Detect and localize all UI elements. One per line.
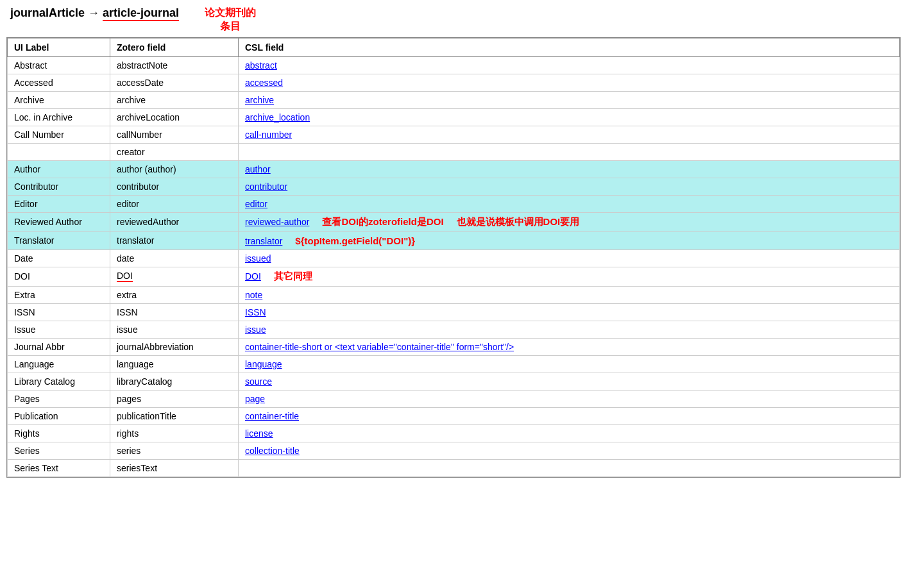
chinese-annotation: 论文期刊的 条目 (205, 6, 256, 33)
csl-link[interactable]: reviewed-author (245, 217, 309, 227)
cell-zotero-field: ISSN (110, 303, 239, 321)
cell-zotero-field: series (110, 442, 239, 459)
table-header-row: UI Label Zotero field CSL field (8, 38, 900, 56)
csl-link[interactable]: source (245, 376, 272, 387)
table-row: Reviewed AuthorreviewedAuthorreviewed-au… (8, 212, 900, 231)
cell-csl-field: accessed (239, 74, 900, 91)
cell-csl-field: call-number (239, 126, 900, 143)
cell-zotero-field: abstractNote (110, 56, 239, 74)
csl-link[interactable]: archive (245, 95, 274, 105)
cell-ui-label: Accessed (8, 74, 110, 91)
cell-ui-label: Author (8, 160, 110, 178)
csl-link[interactable]: accessed (245, 78, 283, 88)
csl-link[interactable]: abstract (245, 60, 277, 71)
cell-csl-field: author (239, 160, 900, 178)
csl-link[interactable]: author (245, 164, 271, 174)
cell-zotero-field: pages (110, 390, 239, 407)
cell-zotero-field: journalAbbreviation (110, 338, 239, 355)
inline-annotation: 查看DOI的zoterofield是DOI (322, 216, 443, 227)
csl-link[interactable]: ISSN (245, 307, 266, 317)
table-row: Rightsrightslicense (8, 424, 900, 442)
cell-ui-label: Journal Abbr (8, 338, 110, 355)
csl-link[interactable]: editor (245, 199, 267, 209)
cell-zotero-field: rights (110, 424, 239, 442)
table-row: DOIDOIDOI其它同理 (8, 267, 900, 286)
cell-zotero-field: archive (110, 91, 239, 108)
cell-ui-label: Extra (8, 286, 110, 303)
page-title: journalArticle → article-journal (10, 6, 179, 20)
cell-ui-label: Contributor (8, 178, 110, 195)
table-row: AccessedaccessDateaccessed (8, 74, 900, 91)
csl-link[interactable]: language (245, 359, 282, 369)
csl-link[interactable]: issue (245, 324, 266, 335)
cell-ui-label: Translator (8, 231, 110, 249)
cell-zotero-field: creator (110, 143, 239, 160)
cell-zotero-field: issue (110, 321, 239, 338)
cell-ui-label: Language (8, 355, 110, 373)
table-row: ISSNISSNISSN (8, 303, 900, 321)
cell-ui-label: Editor (8, 195, 110, 212)
page-header: journalArticle → article-journal 论文期刊的 条… (0, 0, 907, 37)
csl-link[interactable]: page (245, 394, 265, 404)
csl-link[interactable]: DOI (245, 271, 261, 281)
table-row: Library CataloglibraryCatalogsource (8, 373, 900, 390)
csl-link[interactable]: contributor (245, 181, 287, 192)
cell-ui-label: Date (8, 249, 110, 267)
cell-zotero-field: accessDate (110, 74, 239, 91)
csl-link[interactable]: archive_location (245, 112, 310, 122)
cell-csl-field: language (239, 355, 900, 373)
cell-zotero-field: archiveLocation (110, 108, 239, 126)
cell-csl-field: translator${topItem.getField("DOI")} (239, 231, 900, 249)
cell-csl-field: DOI其它同理 (239, 267, 900, 286)
csl-link[interactable]: collection-title (245, 446, 300, 456)
cell-ui-label: Publication (8, 407, 110, 424)
csl-link[interactable]: container-title-short or <text variable=… (245, 342, 514, 352)
title-left: journalArticle (10, 6, 85, 19)
cell-ui-label: Series (8, 442, 110, 459)
cell-ui-label: Rights (8, 424, 110, 442)
cell-zotero-field: publicationTitle (110, 407, 239, 424)
cell-csl-field: reviewed-author查看DOI的zoterofield是DOI也就是说… (239, 212, 900, 231)
table-row: Archivearchivearchive (8, 91, 900, 108)
cell-zotero-field: date (110, 249, 239, 267)
table-row: Extraextranote (8, 286, 900, 303)
cell-ui-label: Pages (8, 390, 110, 407)
cell-ui-label: Archive (8, 91, 110, 108)
csl-link[interactable]: license (245, 428, 273, 439)
inline-annotation: 也就是说模板中调用DOI要用 (457, 216, 580, 227)
title-arrow: → (88, 6, 103, 19)
cell-csl-field: abstract (239, 56, 900, 74)
table-row: PublicationpublicationTitlecontainer-tit… (8, 407, 900, 424)
cell-csl-field: container-title (239, 407, 900, 424)
cell-csl-field: archive (239, 91, 900, 108)
table-row: Authorauthor (author)author (8, 160, 900, 178)
table-row: AbstractabstractNoteabstract (8, 56, 900, 74)
cell-csl-field: note (239, 286, 900, 303)
csl-link[interactable]: note (245, 290, 262, 300)
cell-csl-field: contributor (239, 178, 900, 195)
csl-link[interactable]: translator (245, 236, 282, 246)
cell-ui-label: Library Catalog (8, 373, 110, 390)
table-row: Contributorcontributorcontributor (8, 178, 900, 195)
table-row: Issueissueissue (8, 321, 900, 338)
cell-zotero-field: reviewedAuthor (110, 212, 239, 231)
cell-zotero-field: translator (110, 231, 239, 249)
cell-csl-field: archive_location (239, 108, 900, 126)
table-row: Languagelanguagelanguage (8, 355, 900, 373)
cell-ui-label: Call Number (8, 126, 110, 143)
cell-zotero-field: DOI (110, 267, 239, 286)
cell-csl-field: source (239, 373, 900, 390)
cell-ui-label: ISSN (8, 303, 110, 321)
cell-csl-field: container-title-short or <text variable=… (239, 338, 900, 355)
csl-link[interactable]: issued (245, 253, 271, 264)
csl-link[interactable]: container-title (245, 411, 299, 421)
cell-ui-label: DOI (8, 267, 110, 286)
cell-ui-label: Issue (8, 321, 110, 338)
csl-link[interactable]: call-number (245, 130, 292, 140)
cell-zotero-field: extra (110, 286, 239, 303)
table-row: Series TextseriesText (8, 459, 900, 476)
table-row: Editoreditoreditor (8, 195, 900, 212)
cell-zotero-field: author (author) (110, 160, 239, 178)
inline-annotation2: ${topItem.getField("DOI")} (295, 235, 415, 246)
inline-annotation3: 其它同理 (274, 271, 312, 281)
